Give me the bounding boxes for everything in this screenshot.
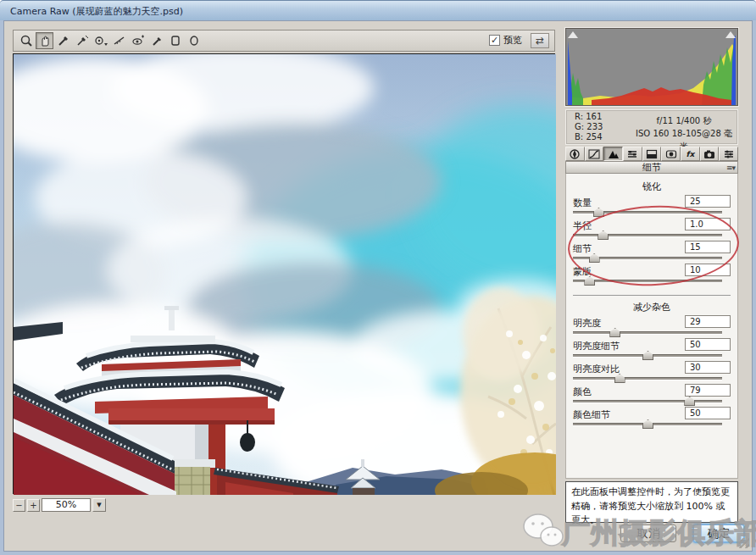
toolbar: ✓ 预览 ⇄ xyxy=(13,30,555,52)
tab-lens-corrections[interactable] xyxy=(661,147,681,161)
slider-row: 明亮度对比30 xyxy=(573,361,731,384)
adjustment-brush-tool-icon[interactable] xyxy=(147,32,165,49)
preview-image[interactable] xyxy=(13,53,555,494)
panel-title: 细节 xyxy=(642,162,661,173)
slider-label: 颜色 xyxy=(573,386,592,398)
slider-label: 明亮度细节 xyxy=(573,340,620,352)
slider-track[interactable] xyxy=(573,257,722,260)
zoom-dropdown-arrow-icon[interactable]: ▼ xyxy=(92,498,106,512)
slider-label: 数量 xyxy=(573,197,592,209)
slider-value-field[interactable]: 30 xyxy=(685,361,731,374)
window-title: Camera Raw (展现蔚蓝的魅力天空.psd) xyxy=(10,5,183,18)
slider-value-field[interactable]: 79 xyxy=(685,384,731,397)
panel-tabs: fx xyxy=(565,147,738,161)
zoom-level-value[interactable]: 50% xyxy=(42,498,91,512)
slider-thumb[interactable] xyxy=(609,328,620,337)
color-sampler-tool-icon[interactable] xyxy=(73,32,91,49)
slider-value-field[interactable]: 1.0 xyxy=(685,218,731,230)
slider-track[interactable] xyxy=(573,331,722,335)
slider-row: 颜色细节50 xyxy=(573,407,731,430)
targeted-adjustment-tool-icon[interactable] xyxy=(92,32,109,49)
section: 锐化数量25半径1.0细节15蒙版10 xyxy=(573,180,731,286)
tab-basic[interactable] xyxy=(565,147,585,161)
image-info: R: 161 G: 233 B: 254 f/11 1/400 秒 ISO 16… xyxy=(565,109,738,145)
zoom-tool-icon[interactable] xyxy=(17,32,35,49)
white-balance-tool-icon[interactable] xyxy=(54,32,72,49)
red-eye-tool-icon[interactable] xyxy=(129,32,147,49)
slider-row: 半径1.0 xyxy=(573,218,731,241)
slider-track[interactable] xyxy=(573,211,722,214)
section-title: 减少杂色 xyxy=(573,301,731,314)
slider-row: 数量25 xyxy=(573,195,731,218)
slider-track[interactable] xyxy=(573,280,722,283)
panel-header: 细节 ≡▾ xyxy=(565,161,738,174)
adjustments-panel: R: 161 G: 233 B: 254 f/11 1/400 秒 ISO 16… xyxy=(562,26,742,547)
settings-sections: 锐化数量25半径1.0细节15蒙版10减少杂色明亮度29明亮度细节50明亮度对比… xyxy=(565,174,738,479)
slider-label: 明亮度 xyxy=(573,317,601,330)
zoom-controls: − + 50% ▼ xyxy=(13,497,106,513)
wechat-icon xyxy=(521,511,565,550)
rotate-right-tool-icon[interactable] xyxy=(185,32,203,49)
dialog-client-area: ✓ 预览 ⇄ xyxy=(3,20,753,552)
slider-label: 蒙版 xyxy=(573,265,592,278)
slider-track[interactable] xyxy=(573,234,722,237)
tab-camera-calibration[interactable] xyxy=(700,147,720,161)
camera-raw-dialog: Camera Raw (展现蔚蓝的魅力天空.psd) ✓ 预览 ⇄ xyxy=(0,0,756,555)
slider-row: 蒙版10 xyxy=(573,264,731,286)
b-value: 254 xyxy=(586,132,602,142)
slider-value-field[interactable]: 50 xyxy=(685,338,731,351)
preview-label: 预览 xyxy=(503,34,522,47)
slider-track[interactable] xyxy=(573,377,722,380)
histogram xyxy=(565,28,738,106)
tab-split-toning[interactable] xyxy=(642,147,662,161)
titlebar[interactable]: Camera Raw (展现蔚蓝的魅力天空.psd) xyxy=(0,0,756,20)
section-title: 锐化 xyxy=(573,180,731,193)
b-label: B: xyxy=(575,132,583,142)
ok-button[interactable]: 确定 xyxy=(692,524,745,543)
tab-detail[interactable] xyxy=(603,147,623,161)
slider-label: 半径 xyxy=(573,219,592,232)
slider-track[interactable] xyxy=(573,354,722,358)
panel-menu-icon[interactable]: ≡▾ xyxy=(726,163,735,174)
straighten-tool-icon[interactable] xyxy=(110,32,128,49)
slider-thumb[interactable] xyxy=(598,230,609,240)
tab-tone-curve[interactable] xyxy=(585,147,604,161)
tab-effects[interactable]: fx xyxy=(681,147,700,161)
tab-presets[interactable] xyxy=(719,147,738,161)
slider-label: 细节 xyxy=(573,242,592,255)
slider-value-field[interactable]: 25 xyxy=(685,195,731,208)
g-label: G: xyxy=(575,122,584,131)
slider-thumb[interactable] xyxy=(642,419,653,429)
r-value: 161 xyxy=(586,112,602,121)
section: 减少杂色明亮度29明亮度细节50明亮度对比30颜色79颜色细节50 xyxy=(573,295,731,430)
zoom-out-button[interactable]: − xyxy=(13,499,25,512)
slider-row: 颜色79 xyxy=(573,384,731,407)
hand-tool-icon[interactable] xyxy=(36,32,53,49)
g-value: 233 xyxy=(586,122,603,131)
slider-thumb[interactable] xyxy=(593,208,604,217)
slider-value-field[interactable]: 29 xyxy=(685,315,731,328)
preview-checkbox[interactable]: ✓ xyxy=(489,35,500,46)
slider-thumb[interactable] xyxy=(684,397,695,406)
r-label: R: xyxy=(575,112,583,121)
slider-value-field[interactable]: 10 xyxy=(685,264,731,276)
slider-value-field[interactable]: 50 xyxy=(685,407,731,419)
fullscreen-toggle-icon[interactable]: ⇄ xyxy=(531,33,549,48)
slider-row: 明亮度29 xyxy=(573,315,731,338)
slider-row: 细节15 xyxy=(573,241,731,264)
rotate-left-tool-icon[interactable] xyxy=(166,32,184,49)
zoom-in-button[interactable]: + xyxy=(27,499,40,512)
cancel-button[interactable]: 取消 xyxy=(620,524,676,542)
exposure-info: f/11 1/400 秒 xyxy=(632,114,736,127)
panel-note: 在此面板中调整控件时，为了使预览更精确，请将预览大小缩放到 100% 或更大。 xyxy=(565,481,738,523)
slider-row: 明亮度细节50 xyxy=(573,338,731,361)
tab-hsl-grayscale[interactable] xyxy=(623,147,642,161)
slider-value-field[interactable]: 15 xyxy=(685,241,731,253)
resize-grip[interactable] xyxy=(739,538,749,548)
slider-track[interactable] xyxy=(573,423,722,426)
slider-track[interactable] xyxy=(573,400,722,403)
fx-icon: fx xyxy=(687,150,695,158)
slider-thumb[interactable] xyxy=(642,351,653,360)
slider-label: 明亮度对比 xyxy=(573,363,620,375)
slider-label: 颜色细节 xyxy=(573,408,610,421)
